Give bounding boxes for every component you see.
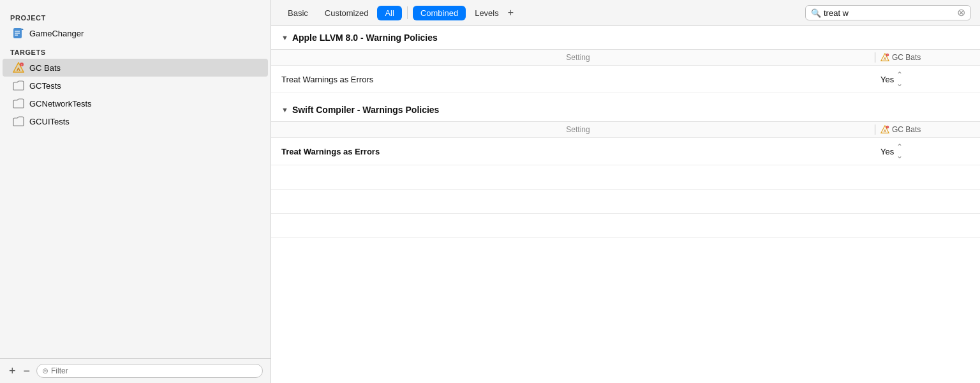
stepper-2[interactable]: ⌃⌄: [896, 142, 903, 160]
col-target-name-1: GC Bats: [892, 53, 921, 62]
empty-row-2: [271, 190, 980, 214]
row-value-2: Yes ⌃⌄: [880, 142, 970, 160]
row-setting-2: Treat Warnings as Errors: [281, 147, 880, 156]
col-setting-label-1: Setting: [281, 53, 875, 62]
col-target-icon-2: A !: [880, 125, 889, 134]
sidebar-item-gcbats[interactable]: A ! GC Bats: [3, 59, 268, 77]
section-swift-compiler-header: ▼ Swift Compiler - Warnings Policies: [271, 98, 980, 122]
sidebar-item-gcuitests[interactable]: GCUITests: [3, 112, 268, 130]
table-row: Treat Warnings as Errors Yes ⌃⌄: [271, 66, 980, 93]
row-setting-1: Treat Warnings as Errors: [281, 75, 880, 84]
section-apple-llvm-header: ▼ Apple LLVM 8.0 - Warning Policies: [271, 26, 980, 50]
content-area: ▼ Apple LLVM 8.0 - Warning Policies Sett…: [271, 26, 980, 383]
svg-text:A: A: [17, 66, 20, 72]
tab-all[interactable]: All: [377, 6, 401, 20]
col-header-apple-llvm: Setting A ! GC Bats: [271, 50, 980, 66]
row-value-1: Yes ⌃⌄: [880, 70, 970, 88]
chevron-apple-llvm[interactable]: ▼: [281, 34, 288, 41]
chevron-swift-compiler[interactable]: ▼: [281, 106, 288, 114]
empty-row-1: [271, 165, 980, 190]
section-apple-llvm: ▼ Apple LLVM 8.0 - Warning Policies Sett…: [271, 26, 980, 93]
add-target-button[interactable]: +: [8, 365, 17, 377]
row-value-text-1: Yes: [880, 75, 894, 84]
col-target-icon-1: A !: [880, 53, 889, 62]
folder-icon-gcuitests: [13, 116, 24, 127]
col-setting-label-2: Setting: [281, 125, 875, 134]
col-target-name-2: GC Bats: [892, 125, 921, 134]
folder-icon-gcnetworktests: [13, 98, 24, 109]
tab-combined[interactable]: Combined: [413, 6, 466, 20]
col-target-1: A ! GC Bats: [880, 53, 970, 62]
svg-text:!: !: [887, 126, 887, 129]
search-icon: 🔍: [811, 8, 821, 18]
remove-target-button[interactable]: −: [22, 365, 32, 377]
sidebar-bottom-bar: + − ⊜: [0, 358, 271, 383]
sidebar-item-gctests[interactable]: GCTests: [3, 77, 268, 94]
targets-header: TARGETS: [0, 42, 271, 59]
target-icon: A !: [13, 62, 24, 73]
tab-levels[interactable]: Levels: [467, 6, 507, 20]
folder-icon-gctests: [13, 80, 24, 91]
sidebar: PROJECT GameChanger TARGETS A: [0, 0, 271, 383]
tab-separator: [407, 6, 408, 19]
project-name: GameChanger: [29, 29, 84, 38]
col-divider-2: [875, 124, 875, 135]
sidebar-item-gcbats-label: GC Bats: [29, 63, 61, 73]
clear-search-button[interactable]: ⊗: [957, 8, 965, 18]
app-icon: [13, 27, 24, 39]
section-swift-compiler-title: Swift Compiler - Warnings Policies: [292, 105, 440, 115]
filter-input[interactable]: [51, 366, 257, 375]
sidebar-item-gcnetworktests-label: GCNetworkTests: [29, 99, 92, 109]
svg-text:A: A: [884, 128, 887, 133]
section-apple-llvm-title: Apple LLVM 8.0 - Warning Policies: [292, 33, 438, 43]
sidebar-item-gcnetworktests[interactable]: GCNetworkTests: [3, 94, 268, 112]
svg-text:A: A: [884, 56, 887, 61]
sidebar-item-gamechanger[interactable]: GameChanger: [3, 24, 268, 42]
col-divider-1: [875, 52, 875, 63]
svg-marker-1: [22, 28, 24, 30]
col-header-swift-compiler: Setting A ! GC Bats: [271, 122, 980, 138]
section-swift-compiler: ▼ Swift Compiler - Warnings Policies Set…: [271, 98, 980, 238]
row-value-text-2: Yes: [880, 147, 894, 156]
search-area: 🔍 ⊗: [805, 5, 971, 20]
add-filter-button[interactable]: +: [508, 7, 514, 19]
project-header: PROJECT: [0, 8, 271, 24]
main-content: Basic Customized All Combined Levels + 🔍…: [271, 0, 980, 383]
sidebar-item-gctests-label: GCTests: [29, 81, 61, 91]
stepper-1[interactable]: ⌃⌄: [896, 70, 903, 88]
search-input[interactable]: [824, 8, 954, 18]
sidebar-item-gcuitests-label: GCUITests: [29, 117, 70, 126]
col-target-2: A ! GC Bats: [880, 125, 970, 134]
filter-input-wrap: ⊜: [36, 364, 263, 378]
tab-basic[interactable]: Basic: [280, 6, 316, 20]
filter-icon: ⊜: [42, 366, 48, 375]
toolbar: Basic Customized All Combined Levels + 🔍…: [271, 0, 980, 26]
svg-text:!: !: [887, 54, 887, 57]
table-row: Treat Warnings as Errors Yes ⌃⌄: [271, 138, 980, 165]
tab-customized[interactable]: Customized: [317, 6, 376, 20]
empty-row-3: [271, 214, 980, 238]
